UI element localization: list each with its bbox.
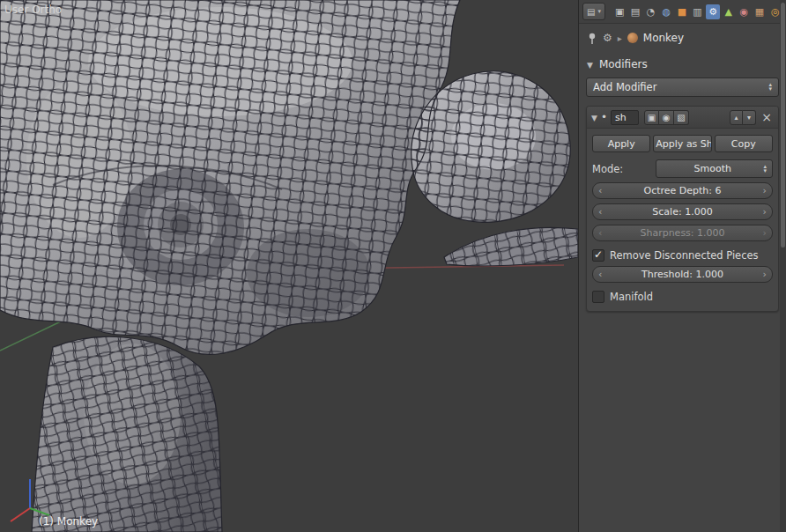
panel-title-text: Modifiers: [599, 58, 648, 70]
blender-window: User Ortho (1) Monkey ▤ ▣ ▤ ◔ ◍ ■ ▥ ⚙ ▲ …: [0, 0, 786, 532]
tab-object-data[interactable]: ▲: [721, 4, 736, 19]
properties-editor-icon: ▤: [587, 7, 595, 17]
display-realtime-eye-icon[interactable]: ◉: [659, 110, 674, 125]
modifier-type-icon: [601, 111, 607, 123]
modifier-body: Apply Apply as Sha Copy Mode: Smooth Oct…: [587, 129, 778, 311]
tab-modifiers[interactable]: ⚙: [706, 4, 721, 19]
move-up-button[interactable]: [730, 110, 743, 125]
add-modifier-dropdown[interactable]: Add Modifier: [586, 78, 779, 97]
mesh-wireframe: [0, 0, 578, 532]
mode-value: Smooth: [662, 163, 763, 174]
display-toggle-group: ▣ ◉ ▧: [644, 110, 689, 125]
remesh-modifier-panel: sh ▣ ◉ ▧ Apply Apply as Sha Copy: [586, 106, 779, 312]
editor-type-selector[interactable]: ▤: [582, 3, 605, 20]
monkey-object-icon: [627, 33, 638, 43]
threshold-value: Threshold: 1.000: [602, 269, 762, 280]
tab-render[interactable]: ▣: [612, 4, 627, 19]
sharpness-slider: Sharpness: 1.000: [592, 225, 773, 241]
increment-arrow-icon[interactable]: [763, 185, 767, 196]
properties-tabbar: ▤ ▣ ▤ ◔ ◍ ■ ▥ ⚙ ▲ ◉ ▦ ◎: [579, 0, 786, 24]
breadcrumb-object-name: Monkey: [643, 32, 684, 44]
manifold-label: Manifold: [610, 291, 653, 303]
scrollbar[interactable]: [780, 0, 786, 532]
manifold-checkbox[interactable]: [592, 291, 604, 303]
apply-button-row: Apply Apply as Sha Copy: [592, 135, 773, 152]
modifiers-panel-header[interactable]: Modifiers: [579, 52, 786, 76]
scale-value: Scale: 1.000: [602, 206, 762, 218]
octree-depth-slider[interactable]: Octree Depth: 6: [592, 182, 773, 199]
tab-material[interactable]: ◉: [737, 4, 752, 19]
remove-disconnected-checkbox[interactable]: [592, 249, 604, 262]
threshold-slider[interactable]: Threshold: 1.000: [592, 266, 773, 283]
increment-arrow-icon: [763, 227, 767, 239]
tab-scene[interactable]: ◔: [643, 4, 658, 19]
manifold-row: Manifold: [592, 291, 773, 303]
scrollbar-thumb[interactable]: [781, 3, 785, 248]
dropdown-arrows-icon: [763, 165, 767, 174]
mode-dropdown[interactable]: Smooth: [656, 159, 773, 178]
apply-button[interactable]: Apply: [592, 135, 650, 152]
dropdown-arrows-icon: [768, 83, 772, 92]
properties-editor: ▤ ▣ ▤ ◔ ◍ ■ ▥ ⚙ ▲ ◉ ▦ ◎ ⚙ Monkey: [578, 0, 786, 532]
view-mode-label: User Ortho: [4, 4, 62, 16]
modifier-header: sh ▣ ◉ ▧: [587, 107, 778, 129]
breadcrumb: ⚙ Monkey: [579, 24, 786, 52]
scale-slider[interactable]: Scale: 1.000: [592, 203, 773, 220]
copy-button[interactable]: Copy: [715, 135, 773, 152]
modifier-context-icon: ⚙: [603, 33, 612, 43]
move-modifier-group: [730, 110, 756, 125]
close-icon[interactable]: [760, 111, 774, 123]
chevron-right-icon: [618, 33, 622, 44]
increment-arrow-icon[interactable]: [763, 206, 767, 218]
expand-triangle-icon[interactable]: [591, 112, 597, 123]
increment-arrow-icon[interactable]: [763, 269, 767, 280]
pin-icon[interactable]: [587, 33, 597, 44]
modifier-name-field[interactable]: sh: [611, 110, 639, 125]
3d-viewport[interactable]: User Ortho (1) Monkey: [0, 0, 578, 532]
tab-world[interactable]: ◍: [659, 4, 674, 19]
collapse-triangle-icon: [587, 58, 593, 70]
active-object-label: (1) Monkey: [39, 515, 98, 528]
apply-as-shape-button[interactable]: Apply as Sha: [653, 135, 711, 152]
tab-texture[interactable]: ▦: [753, 4, 767, 19]
display-editmode-icon[interactable]: ▧: [674, 110, 689, 125]
tab-render-layers[interactable]: ▤: [628, 4, 643, 19]
mode-row: Mode: Smooth: [592, 159, 773, 178]
mode-label: Mode:: [592, 163, 656, 175]
tab-object[interactable]: ■: [675, 4, 690, 19]
tab-constraints[interactable]: ▥: [690, 4, 705, 19]
octree-depth-value: Octree Depth: 6: [602, 185, 762, 196]
remove-disconnected-row: Remove Disconnected Pieces: [592, 249, 773, 262]
move-down-button[interactable]: [743, 110, 756, 125]
display-render-icon[interactable]: ▣: [644, 110, 659, 125]
add-modifier-label: Add Modifier: [593, 81, 768, 93]
remove-disconnected-label: Remove Disconnected Pieces: [610, 249, 759, 262]
sharpness-value: Sharpness: 1.000: [602, 227, 762, 239]
